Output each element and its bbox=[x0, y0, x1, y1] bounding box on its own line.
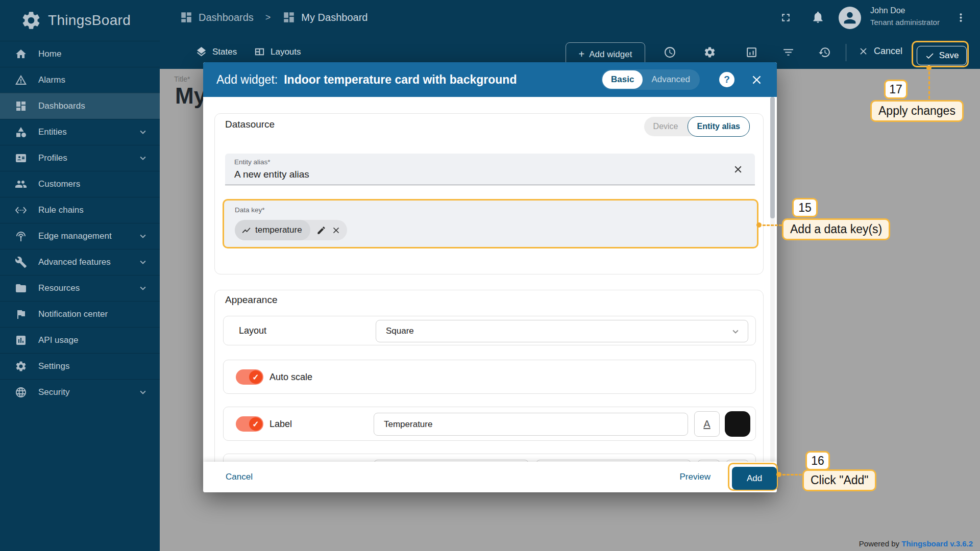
step17-label: Apply changes bbox=[870, 100, 964, 122]
save-button[interactable]: Save bbox=[917, 46, 967, 65]
label-color-swatch[interactable] bbox=[725, 411, 750, 437]
datasource-type-device[interactable]: Device bbox=[644, 117, 688, 136]
sidebar-item-settings[interactable]: Settings bbox=[0, 353, 160, 379]
layout-select[interactable]: Square bbox=[376, 320, 748, 342]
layout-row: Layout Square bbox=[223, 316, 756, 345]
layout-icon bbox=[254, 46, 265, 58]
sidebar-item-resources[interactable]: Resources bbox=[0, 275, 160, 301]
entity-aliases-icon[interactable] bbox=[745, 46, 758, 59]
time-window-icon[interactable] bbox=[664, 46, 676, 59]
remove-data-key-icon[interactable] bbox=[331, 226, 341, 235]
sidebar-item-security[interactable]: Security bbox=[0, 379, 160, 405]
breadcrumb-separator: > bbox=[265, 12, 271, 23]
modal-scrollbar[interactable] bbox=[770, 97, 775, 462]
customers-icon bbox=[15, 178, 27, 190]
notifications-bell-icon[interactable] bbox=[811, 10, 825, 24]
step15-connector bbox=[763, 224, 782, 226]
fullscreen-icon[interactable] bbox=[779, 11, 792, 24]
step15-anchor-dot bbox=[756, 222, 762, 228]
help-icon: ? bbox=[724, 74, 730, 85]
dialog-body: Datasource Device Entity alias Entity al… bbox=[203, 97, 777, 462]
api-usage-icon bbox=[15, 334, 27, 346]
sidebar-nav: Home Alarms Dashboards Entities Profiles bbox=[0, 41, 160, 405]
breadcrumb-dashboards[interactable]: Dashboards bbox=[199, 12, 254, 23]
sidebar-item-label: Entities bbox=[38, 127, 67, 137]
dashboards-icon bbox=[180, 11, 193, 24]
sidebar-item-rule-chains[interactable]: Rule chains bbox=[0, 197, 160, 223]
basic-advanced-toggle: Basic Advanced bbox=[601, 69, 700, 90]
thingsboard-logo[interactable]: ThingsBoard bbox=[0, 0, 160, 41]
avatar[interactable] bbox=[839, 7, 861, 29]
check-icon bbox=[925, 51, 935, 61]
sidebar-item-label: Advanced features bbox=[38, 257, 111, 267]
chevron-down-icon bbox=[137, 153, 149, 164]
dialog-cancel-button[interactable]: Cancel bbox=[226, 472, 253, 482]
states-label: States bbox=[212, 47, 237, 57]
step17-connector bbox=[928, 71, 930, 99]
sidebar-item-label: Dashboards bbox=[38, 101, 85, 111]
sidebar-item-api-usage[interactable]: API usage bbox=[0, 327, 160, 353]
layouts-button[interactable]: Layouts bbox=[254, 46, 301, 58]
label-text-input[interactable]: Temperature bbox=[374, 413, 688, 436]
rule-chains-icon bbox=[15, 204, 27, 216]
timeseries-icon bbox=[241, 226, 251, 235]
font-icon: A bbox=[703, 418, 710, 430]
sidebar-item-label: Edge management bbox=[38, 231, 112, 241]
sidebar-item-label: Security bbox=[38, 387, 69, 397]
sidebar-item-notification-center[interactable]: Notification center bbox=[0, 301, 160, 327]
step17-anchor-dot bbox=[926, 65, 932, 70]
sidebar-item-label: Alarms bbox=[38, 75, 65, 85]
sidebar-item-customers[interactable]: Customers bbox=[0, 171, 160, 197]
layouts-label: Layouts bbox=[271, 47, 301, 57]
breadcrumb-my-dashboard[interactable]: My Dashboard bbox=[301, 12, 368, 23]
cancel-edit-label: Cancel bbox=[874, 46, 902, 57]
data-key-chip-main: temperature bbox=[235, 220, 310, 240]
kebab-menu-icon[interactable] bbox=[954, 11, 967, 24]
sidebar-item-edge-management[interactable]: Edge management bbox=[0, 223, 160, 249]
clear-entity-alias-icon[interactable] bbox=[732, 164, 744, 175]
version-link[interactable]: Thingsboard v.3.6.2 bbox=[901, 539, 973, 548]
sidebar-item-label: Rule chains bbox=[38, 205, 84, 215]
dashboard-settings-gear-icon[interactable] bbox=[703, 46, 716, 59]
data-key-chip[interactable]: temperature bbox=[235, 220, 347, 240]
edit-pencil-icon[interactable] bbox=[316, 226, 326, 235]
filter-icon[interactable] bbox=[782, 46, 795, 59]
user-info[interactable]: John Doe Tenant administrator bbox=[870, 6, 940, 27]
cancel-edit-button[interactable]: Cancel bbox=[858, 46, 902, 57]
thingsboard-screen: Title* My Powered by Thingsboard v.3.6.2… bbox=[0, 0, 980, 551]
dashboard-title-field-value: My bbox=[175, 83, 206, 109]
tab-basic[interactable]: Basic bbox=[602, 70, 643, 89]
entities-icon bbox=[15, 126, 27, 138]
resources-icon bbox=[15, 282, 27, 294]
sidebar-item-profiles[interactable]: Profiles bbox=[0, 145, 160, 171]
edge-management-icon bbox=[15, 230, 27, 242]
sidebar-item-entities[interactable]: Entities bbox=[0, 119, 160, 145]
tab-advanced[interactable]: Advanced bbox=[643, 70, 699, 89]
modal-scrollbar-thumb[interactable] bbox=[770, 97, 775, 218]
data-key-field[interactable]: Data key* temperature bbox=[223, 199, 758, 248]
auto-scale-toggle[interactable] bbox=[236, 369, 263, 385]
chevron-down-icon bbox=[137, 283, 149, 294]
close-dialog-icon[interactable] bbox=[750, 73, 764, 87]
dialog-preview-button[interactable]: Preview bbox=[680, 472, 710, 482]
sidebar-item-advanced-features[interactable]: Advanced features bbox=[0, 249, 160, 275]
label-toggle[interactable] bbox=[236, 416, 263, 432]
notification-center-icon bbox=[15, 308, 27, 320]
sidebar-item-alarms[interactable]: Alarms bbox=[0, 67, 160, 93]
thingsboard-logo-icon bbox=[20, 10, 42, 31]
settings-icon bbox=[15, 360, 27, 372]
dialog-title: Indoor temperature card with background bbox=[284, 73, 517, 87]
sidebar-item-dashboards[interactable]: Dashboards bbox=[0, 93, 160, 119]
datasource-type-entity-alias[interactable]: Entity alias bbox=[688, 116, 750, 137]
help-button[interactable]: ? bbox=[719, 72, 734, 87]
entity-alias-field[interactable]: Entity alias* A new entity alias bbox=[225, 154, 755, 185]
label-font-settings-button[interactable]: A bbox=[694, 411, 720, 437]
sidebar-item-label: Home bbox=[38, 49, 61, 59]
version-history-icon[interactable] bbox=[818, 46, 831, 59]
add-button-highlight: Add bbox=[728, 463, 778, 491]
dialog-add-button[interactable]: Add bbox=[732, 467, 777, 490]
sidebar-item-home[interactable]: Home bbox=[0, 41, 160, 67]
states-button[interactable]: States bbox=[195, 46, 237, 58]
step17-number: 17 bbox=[884, 80, 908, 99]
step15-label: Add a data key(s) bbox=[782, 218, 890, 240]
